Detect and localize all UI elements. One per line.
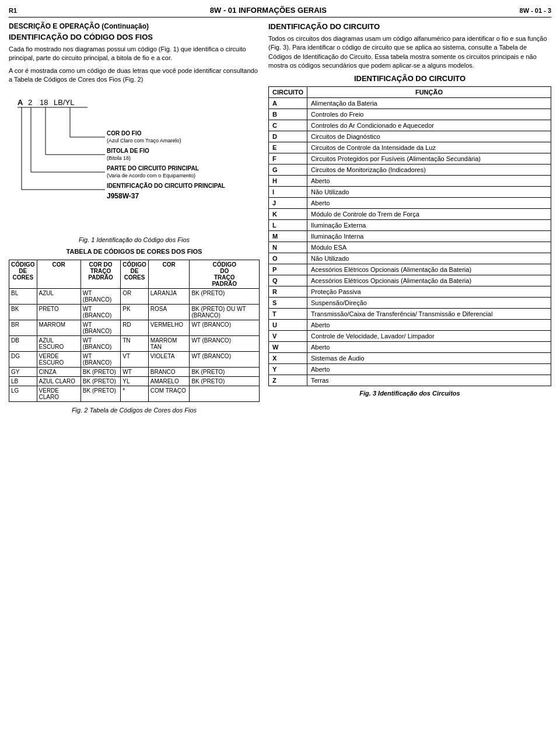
svg-text:COR DO FIO: COR DO FIO: [107, 130, 142, 137]
svg-text:(Bitola 18): (Bitola 18): [107, 155, 131, 161]
table-row: DGVERDE ESCUROWT (BRANCO)VTVIOLETAWT (BR…: [9, 351, 260, 367]
table-row: QAcessórios Elétricos Opcionais (Aliment…: [269, 275, 551, 286]
fig1-caption: Fig. 1 Identificação do Código dos Fios: [9, 236, 260, 243]
fig2-caption: Fig. 2 Tabela de Códigos de Cores dos Fi…: [9, 407, 260, 414]
col-header-5: COR: [148, 260, 190, 288]
wire-diagram: A 2 18 LB/YL: [9, 93, 260, 228]
color-table-header-row: CÓDIGODECORES COR COR DOTRAÇOPADRÃO CÓDI…: [9, 260, 260, 288]
table-row: BControles do Freio: [269, 109, 551, 120]
circuit-table: CIRCUITO FUNÇÃO AAlimentação da BateriaB…: [268, 86, 551, 386]
table-row: BRMARROMWT (BRANCO)RDVERMELHOWT (BRANCO): [9, 320, 260, 335]
table-row: HAberto: [269, 175, 551, 186]
left-para1: Cada fio mostrado nos diagramas possui u…: [9, 45, 260, 63]
right-section-title: IDENTIFICAÇÃO DO CIRCUITO: [268, 22, 551, 31]
svg-text:A: A: [18, 98, 23, 107]
svg-text:2: 2: [28, 98, 32, 107]
left-column: DESCRIÇÃO E OPERAÇÃO (Continuação) IDENT…: [9, 22, 260, 418]
table-row: INão Utilizado: [269, 186, 551, 197]
table-row: WAberto: [269, 341, 551, 352]
table-row: ZTerras: [269, 375, 551, 386]
table-row: FCircuitos Protegidos por Fusíveis (Alim…: [269, 153, 551, 164]
table-row: SSuspensão/Direção: [269, 297, 551, 308]
table-row: GYCINZABK (PRETO)WTBRANCOBK (PRETO): [9, 367, 260, 376]
funcao-col-header: FUNÇÃO: [307, 86, 551, 97]
svg-text:BITOLA DE FIO: BITOLA DE FIO: [107, 148, 149, 154]
right-column: IDENTIFICAÇÃO DO CIRCUITO Todos os circu…: [268, 22, 551, 418]
circuit-col-header: CIRCUITO: [269, 86, 307, 97]
table-title: TABELA DE CÓDIGOS DE CORES DOS FIOS: [9, 248, 260, 255]
svg-text:(Varia de Acordo com o Equipam: (Varia de Acordo com o Equipamento): [107, 173, 195, 179]
table-row: ONão Utilizado: [269, 253, 551, 264]
svg-text:18: 18: [40, 98, 48, 107]
table-row: AAlimentação da Bateria: [269, 97, 551, 109]
col-header-3: COR DOTRAÇOPADRÃO: [80, 260, 120, 288]
table-row: LGVERDE CLAROBK (PRETO)*COM TRAÇO: [9, 386, 260, 401]
table-row: VControle de Velocidade, Lavador/ Limpad…: [269, 330, 551, 341]
header-left: R1: [9, 7, 17, 14]
color-table: CÓDIGODECORES COR COR DOTRAÇOPADRÃO CÓDI…: [9, 260, 260, 402]
table-row: YAberto: [269, 363, 551, 375]
svg-text:IDENTIFICAÇÃO DO CIRCUITO PRIN: IDENTIFICAÇÃO DO CIRCUITO PRINCIPAL: [107, 182, 225, 189]
table-row: GCircuitos de Monitorização (Indicadores…: [269, 164, 551, 175]
table-row: XSistemas de Áudio: [269, 352, 551, 363]
fig3-caption: Fig. 3 Identificação dos Circuitos: [268, 390, 551, 397]
table-row: ECircuitos de Controle da Intensidade da…: [269, 142, 551, 153]
table-row: KMódulo de Controle do Trem de Força: [269, 208, 551, 219]
header-right: 8W - 01 - 3: [520, 7, 551, 14]
table-row: MIluminação Interna: [269, 230, 551, 242]
col-header-6: CÓDIGODOTRAÇOPADRÃO: [190, 260, 260, 288]
table-row: LIluminação Externa: [269, 219, 551, 230]
main-content: DESCRIÇÃO E OPERAÇÃO (Continuação) IDENT…: [9, 22, 551, 418]
page-header: R1 8W - 01 INFORMAÇÕES GERAIS 8W - 01 - …: [9, 6, 551, 18]
table-row: UAberto: [269, 319, 551, 330]
col-header-2: COR: [37, 260, 80, 288]
right-para1: Todos os circuitos dos diagramas usam um…: [268, 34, 551, 71]
left-subtitle: IDENTIFICAÇÃO DO CÓDIGO DOS FIOS: [9, 33, 260, 41]
table-row: TTransmissão/Caixa de Transferência/ Tra…: [269, 308, 551, 319]
svg-text:J958W-37: J958W-37: [107, 192, 139, 200]
col-header-1: CÓDIGODECORES: [9, 260, 37, 288]
table-row: DCircuitos de Diagnóstico: [269, 131, 551, 142]
table-row: BLAZULWT (BRANCO)ORLARANJABK (PRETO): [9, 288, 260, 304]
circuit-table-header: CIRCUITO FUNÇÃO: [269, 86, 551, 97]
svg-text:PARTE DO CIRCUITO PRINCIPAL: PARTE DO CIRCUITO PRINCIPAL: [107, 165, 199, 172]
table-row: DBAZUL ESCUROWT (BRANCO)TNMARROM TANWT (…: [9, 335, 260, 351]
header-center: 8W - 01 INFORMAÇÕES GERAIS: [17, 6, 520, 15]
table-row: BKPRETOWT (BRANCO)PKROSABK (PRETO) OU WT…: [9, 304, 260, 320]
table-row: CControles do Ar Condicionado e Aquecedo…: [269, 120, 551, 131]
col-header-4: CÓDIGODECORES: [121, 260, 149, 288]
table-row: NMódulo ESA: [269, 242, 551, 253]
circuit-table-subtitle: IDENTIFICAÇÃO DO CIRCUITO: [268, 74, 551, 83]
table-row: RProteção Passiva: [269, 286, 551, 297]
left-para2: A cor é mostrada como um código de duas …: [9, 67, 260, 85]
table-row: PAcessórios Elétricos Opcionais (Aliment…: [269, 264, 551, 275]
left-section-title: DESCRIÇÃO E OPERAÇÃO (Continuação): [9, 22, 260, 30]
svg-text:(Azul Claro com Traço Amarelo): (Azul Claro com Traço Amarelo): [107, 138, 181, 144]
table-row: JAberto: [269, 197, 551, 208]
svg-text:LB/YL: LB/YL: [54, 98, 74, 107]
table-row: LBAZUL CLAROBK (PRETO)YLAMARELOBK (PRETO…: [9, 376, 260, 386]
